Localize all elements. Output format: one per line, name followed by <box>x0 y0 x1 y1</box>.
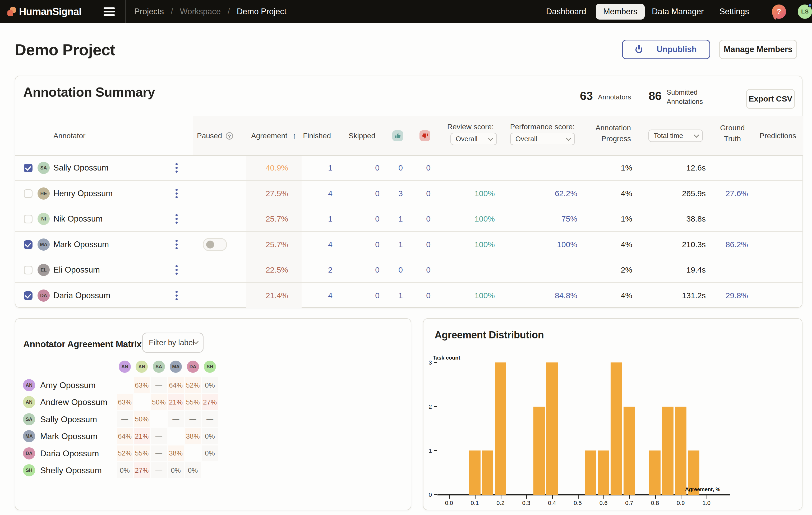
annotation-progress-value: 4% <box>595 283 632 309</box>
annotator-table-body: SA Sally Opossum 40.9% 1 0 0 0 1% 12.6s … <box>15 155 803 308</box>
chart-xtick: 0.8 <box>644 500 666 507</box>
row-menu-icon[interactable] <box>172 188 181 199</box>
matrix-cell: 55% <box>185 394 201 410</box>
breadcrumb-workspace[interactable]: Workspace <box>180 7 221 17</box>
matrix-cell: 63% <box>117 394 133 410</box>
nav-settings[interactable]: Settings <box>720 0 749 23</box>
filter-by-label-select[interactable]: Filter by label <box>142 333 204 353</box>
review-score-value: 100% <box>453 232 495 258</box>
chart-xtick: 0.4 <box>541 500 562 507</box>
hamburger-menu-icon[interactable] <box>104 7 115 16</box>
chart-ylabel: Task count <box>433 355 460 361</box>
row-menu-icon[interactable] <box>172 265 181 275</box>
paused-help-icon[interactable]: ? <box>226 132 233 140</box>
paused-toggle[interactable] <box>203 238 227 251</box>
skipped-value: 0 <box>348 206 380 232</box>
table-row: HE Henry Opossum 27.5% 4 0 3 0 100% 62.2… <box>15 181 803 206</box>
column-header-paused[interactable]: Paused? <box>197 116 233 155</box>
column-header-finished[interactable]: Finished <box>303 116 331 155</box>
row-checkbox[interactable] <box>24 291 32 300</box>
chart-bar <box>585 451 596 495</box>
column-header-agreement[interactable]: Agreement <box>251 116 287 155</box>
row-menu-icon[interactable] <box>172 290 181 301</box>
ground-truth-value: 86.2% <box>706 232 748 258</box>
thumbs-up-count: 3 <box>382 181 403 206</box>
annotator-name[interactable]: Nik Opossum <box>53 206 103 232</box>
sort-ascending-icon[interactable]: ↑ <box>292 116 296 155</box>
performance-score-select[interactable]: Overall <box>510 133 575 145</box>
finished-value: 1 <box>301 206 332 232</box>
column-header-annotator[interactable]: Annotator <box>53 116 85 155</box>
matrix-column-avatar: MA <box>170 361 182 373</box>
row-checkbox[interactable] <box>24 164 32 172</box>
row-menu-icon[interactable] <box>172 213 181 224</box>
agreement-value: 21.4% <box>246 283 288 309</box>
row-menu-icon[interactable] <box>172 239 181 250</box>
unpublish-button[interactable]: Unpublish <box>622 40 710 59</box>
logo-text[interactable]: HumanSignal <box>19 0 81 23</box>
row-menu-icon[interactable] <box>172 163 181 173</box>
matrix-cell: 50% <box>134 411 150 427</box>
matrix-cell: 64% <box>117 428 133 444</box>
row-checkbox[interactable] <box>24 266 32 275</box>
thumbs-down-count: 0 <box>409 232 431 258</box>
topbar: HumanSignal Projects / Workspace / Demo … <box>0 0 812 23</box>
nav-dashboard[interactable]: Dashboard <box>546 0 586 23</box>
breadcrumb-projects[interactable]: Projects <box>134 7 164 17</box>
matrix-column-avatar: SA <box>153 361 165 373</box>
thumbs-up-count: 1 <box>382 232 403 258</box>
matrix-cell: — <box>168 411 184 427</box>
avatar: MA <box>37 238 50 251</box>
matrix-row-name: Sally Opossum <box>40 414 97 424</box>
avatar: DA <box>37 289 50 302</box>
matrix-cell: 21% <box>168 394 184 410</box>
nav-data-manager[interactable]: Data Manager <box>652 0 704 23</box>
agreement-value: 25.7% <box>246 232 288 258</box>
matrix-column-avatar: SH <box>204 361 216 373</box>
matrix-cell: — <box>185 411 201 427</box>
table-header: Annotator Paused? Agreement ↑ Finished S… <box>15 116 803 155</box>
annotator-name[interactable]: Daria Opossum <box>53 283 110 309</box>
matrix-row-avatar: SH <box>23 464 35 477</box>
chart-bar <box>675 407 687 495</box>
matrix-cell <box>134 394 150 410</box>
chart-xtick: 0.2 <box>490 500 511 507</box>
performance-score-value: 75% <box>535 206 577 232</box>
annotator-name[interactable]: Eli Opossum <box>53 257 100 283</box>
column-header-annotation-progress[interactable]: AnnotationProgress <box>596 123 631 144</box>
finished-value: 4 <box>301 181 332 206</box>
column-header-skipped[interactable]: Skipped <box>349 116 375 155</box>
chart-xtick: 1.0 <box>696 500 717 507</box>
review-score-select[interactable]: Overall <box>451 133 497 145</box>
manage-members-button[interactable]: Manage Members <box>719 40 797 59</box>
chart-bar <box>495 363 506 495</box>
review-score-value: 100% <box>453 181 495 206</box>
matrix-row-avatar: MA <box>23 430 35 442</box>
skipped-value: 0 <box>348 181 380 206</box>
matrix-cell <box>185 446 201 461</box>
breadcrumb: Projects / Workspace / Demo Project <box>134 0 287 23</box>
column-header-predictions[interactable]: Predictions <box>759 116 796 155</box>
annotator-name[interactable]: Sally Opossum <box>53 155 108 181</box>
matrix-row-name: Daria Opossum <box>40 449 99 458</box>
skipped-value: 0 <box>348 283 380 309</box>
avatar: SA <box>37 162 50 174</box>
help-icon[interactable]: ? <box>772 4 786 19</box>
matrix-cell <box>202 462 218 478</box>
matrix-cell: 55% <box>134 446 150 461</box>
review-score-value: 100% <box>453 283 495 309</box>
row-checkbox[interactable] <box>24 240 32 249</box>
export-csv-button[interactable]: Export CSV <box>746 89 795 109</box>
row-checkbox[interactable] <box>24 189 32 198</box>
ground-truth-value: 27.6% <box>706 181 748 206</box>
column-header-performance-score: Performance score: <box>495 123 589 131</box>
thumbs-up-count: 1 <box>382 206 403 232</box>
row-checkbox[interactable] <box>24 215 32 223</box>
thumbs-up-icon[interactable] <box>392 130 403 141</box>
chart-xlabel: Agreement, % <box>685 486 720 492</box>
total-time-value: 265.9s <box>658 181 706 206</box>
annotator-name[interactable]: Henry Opossum <box>53 181 113 206</box>
annotator-name[interactable]: Mark Opossum <box>53 232 109 258</box>
nav-members[interactable]: Members <box>596 4 645 20</box>
thumbs-down-icon[interactable] <box>419 130 430 141</box>
